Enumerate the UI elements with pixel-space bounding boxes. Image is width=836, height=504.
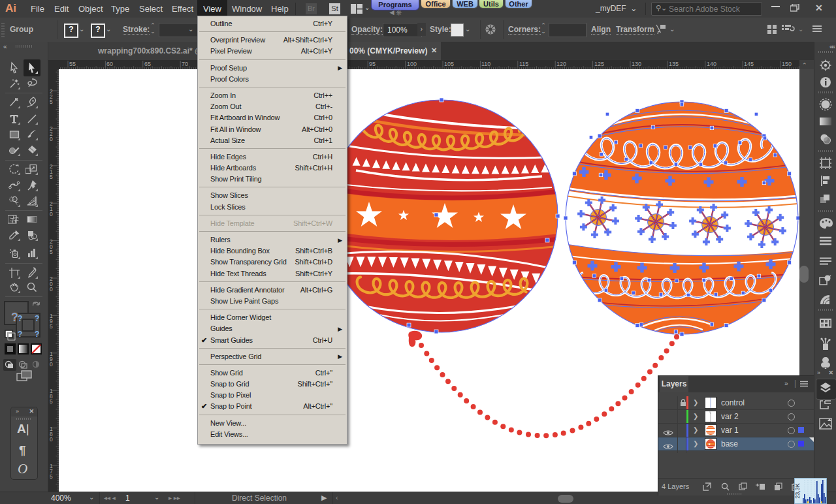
svg-text:0: 0 <box>50 136 53 142</box>
svg-text:110: 110 <box>481 61 490 67</box>
svg-text:115: 115 <box>519 61 528 67</box>
svg-text:0: 0 <box>50 286 53 292</box>
svg-text:5: 5 <box>50 249 53 255</box>
svg-text:145: 145 <box>744 61 754 67</box>
svg-text:?: ? <box>11 311 18 324</box>
svg-text:?: ? <box>18 330 22 339</box>
svg-text:65: 65 <box>144 61 151 67</box>
svg-text:60: 60 <box>106 61 113 67</box>
svg-text:100: 100 <box>407 61 417 67</box>
svg-text:?: ? <box>35 314 39 323</box>
svg-text:150: 150 <box>782 61 792 67</box>
svg-text:5: 5 <box>50 473 53 480</box>
svg-text:135: 135 <box>669 61 679 67</box>
svg-text:130: 130 <box>632 61 641 67</box>
svg-text:5: 5 <box>50 99 53 105</box>
svg-text:0: 0 <box>50 361 53 368</box>
svg-text:140: 140 <box>707 61 716 67</box>
svg-text:120: 120 <box>556 61 566 67</box>
svg-text:5: 5 <box>50 323 53 330</box>
svg-text:55: 55 <box>69 61 76 67</box>
svg-text:5: 5 <box>50 174 53 180</box>
svg-text:95: 95 <box>369 61 376 67</box>
svg-text:5: 5 <box>50 398 53 405</box>
svg-text:105: 105 <box>444 61 454 67</box>
svg-text:125: 125 <box>594 61 604 67</box>
svg-text:0: 0 <box>50 436 53 443</box>
svg-text:?: ? <box>18 314 22 323</box>
svg-text:0: 0 <box>50 211 53 217</box>
svg-text:★: ★ <box>708 442 711 446</box>
svg-text:70: 70 <box>182 61 188 67</box>
svg-text:?: ? <box>35 330 39 339</box>
